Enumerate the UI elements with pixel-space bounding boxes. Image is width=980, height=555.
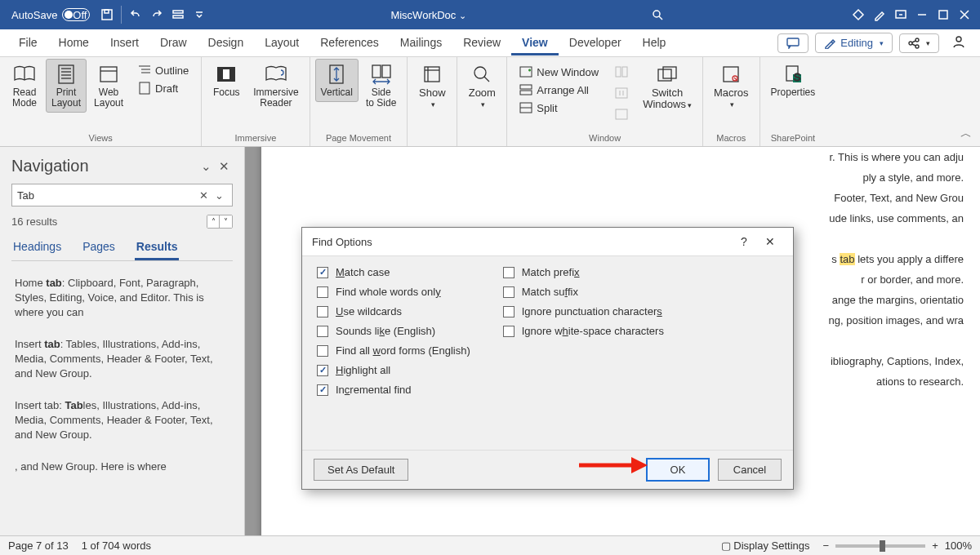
nav-tab-headings[interactable]: Headings [11,235,63,260]
properties-button[interactable]: SProperties [765,59,822,102]
set-default-button[interactable]: Set As Default [314,459,408,481]
result-item[interactable]: Home tab: Clipboard, Font, Paragraph, St… [11,268,233,329]
search-icon[interactable] [647,3,668,26]
immersive-reader-button[interactable]: ImmersiveReader [247,59,304,113]
checkbox-option[interactable]: Match case [317,266,470,278]
checkbox-option[interactable]: Ignore punctuation characters [503,305,664,317]
ok-button[interactable]: OK [646,458,710,482]
editing-mode-button[interactable]: Editing▾ [815,33,893,53]
document-title[interactable]: MiscWorkDoc ⌄ [210,9,647,21]
tab-view[interactable]: View [511,30,559,56]
search-field[interactable] [17,189,196,202]
account-icon[interactable] [946,33,972,52]
tab-mailings[interactable]: Mailings [390,30,452,56]
result-item[interactable]: Insert tab: Tables, Illustrations, Add-i… [11,329,233,390]
outline-button[interactable]: Outline [134,62,193,78]
checkbox-icon[interactable] [317,306,328,317]
zoom-in-icon[interactable]: + [932,539,938,552]
nav-close-icon[interactable]: ✕ [215,158,233,175]
nav-tab-pages[interactable]: Pages [81,235,117,260]
tab-draw[interactable]: Draw [149,30,198,56]
result-stepper[interactable]: ˄˅ [207,215,233,229]
tab-help[interactable]: Help [632,30,677,56]
tab-design[interactable]: Design [198,30,255,56]
checkbox-icon[interactable] [503,326,514,337]
checkbox-icon[interactable] [503,267,514,278]
checkbox-icon[interactable] [317,384,328,396]
present-icon[interactable] [890,3,911,26]
web-layout-button[interactable]: WebLayout [88,59,129,113]
checkbox-option[interactable]: Use wildcards [317,305,470,317]
show-dropdown[interactable]: Show▾ [412,59,452,114]
word-count[interactable]: 1 of 704 words [82,539,151,552]
vertical-button[interactable]: Vertical [315,59,359,102]
search-dropdown-icon[interactable]: ⌄ [212,189,227,202]
checkbox-icon[interactable] [317,326,328,337]
save-icon[interactable] [96,3,118,26]
prev-result-icon[interactable]: ˄ [207,215,220,228]
comments-button[interactable] [777,33,808,53]
checkbox-option[interactable]: Highlight all [317,364,470,376]
next-result-icon[interactable]: ˅ [220,215,232,228]
side-to-side-button[interactable]: Sideto Side [360,59,402,113]
focus-button[interactable]: Focus [207,59,246,102]
checkbox-option[interactable]: Incremental find [317,384,470,396]
dialog-close-icon[interactable]: ✕ [757,229,783,255]
tab-home[interactable]: Home [48,30,100,56]
arrange-all-button[interactable]: Arrange All [515,82,603,98]
redo-icon[interactable] [146,3,167,26]
zoom-button[interactable]: Zoom▾ [462,59,501,114]
read-mode-button[interactable]: ReadMode [5,59,44,113]
checkbox-icon[interactable] [317,365,328,376]
tab-review[interactable]: Review [452,30,511,56]
tab-references[interactable]: References [310,30,390,56]
nav-dropdown-icon[interactable]: ⌄ [197,158,215,175]
clear-search-icon[interactable]: ✕ [196,189,212,202]
undo-icon[interactable] [125,3,146,26]
checkbox-option[interactable]: Match suffix [503,286,664,298]
checkbox-option[interactable]: Match prefix [503,266,664,278]
zoom-out-icon[interactable]: − [823,539,830,552]
share-button[interactable]: ▾ [899,33,939,53]
qat-dropdown-icon[interactable] [189,3,210,26]
checkbox-icon[interactable] [317,286,328,298]
tab-insert[interactable]: Insert [100,30,149,56]
checkbox-option[interactable]: Sounds like (English) [317,325,470,337]
customize-icon[interactable] [167,3,189,26]
checkbox-option[interactable]: Find whole words only [317,286,470,298]
page-indicator[interactable]: Page 7 of 13 [8,539,69,552]
tab-developer[interactable]: Developer [559,30,632,56]
autosave-toggle[interactable]: AutoSave Off [5,8,96,21]
close-icon[interactable] [954,3,975,26]
checkbox-icon[interactable] [503,286,514,298]
checkbox-option[interactable]: Find all word forms (English) [317,344,470,357]
diamond-icon[interactable] [848,3,869,26]
print-layout-button[interactable]: PrintLayout [46,59,87,113]
display-settings[interactable]: ▢ Display Settings [721,539,810,552]
checkbox-icon[interactable] [503,306,514,317]
toggle-off-icon[interactable]: Off [62,8,90,21]
draft-button[interactable]: Draft [134,80,193,96]
result-item[interactable]: , and New Group. Here is where [11,451,233,483]
switch-windows-button[interactable]: SwitchWindows▾ [637,59,697,115]
tab-layout[interactable]: Layout [254,30,310,56]
zoom-slider[interactable] [835,544,925,548]
macros-button[interactable]: Macros▾ [708,59,755,114]
checkbox-icon[interactable] [317,267,328,278]
zoom-level[interactable]: 100% [945,539,972,552]
collapse-ribbon-icon[interactable]: ︿ [960,127,972,141]
split-button[interactable]: Split [515,100,603,116]
new-window-button[interactable]: New Window [515,64,603,80]
cancel-button[interactable]: Cancel [718,459,782,481]
result-item[interactable]: Insert tab: Tables, Illustrations, Add-i… [11,390,233,451]
tab-file[interactable]: File [8,30,48,56]
minimize-icon[interactable] [911,3,933,26]
dialog-help-icon[interactable]: ? [731,229,757,255]
nav-search-input[interactable]: ✕ ⌄ [11,184,233,206]
zoom-controls[interactable]: − + 100% [823,539,972,552]
maximize-icon[interactable] [933,3,954,26]
checkbox-option[interactable]: Ignore white-space characters [503,325,664,337]
checkbox-icon[interactable] [317,345,328,357]
pen-icon[interactable] [869,3,890,26]
nav-tab-results[interactable]: Results [135,235,180,260]
